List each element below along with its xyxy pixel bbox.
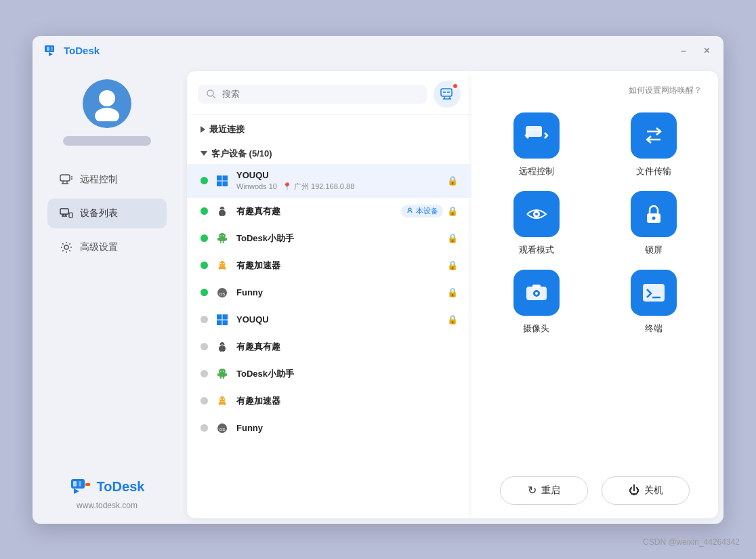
os-icon <box>215 394 230 409</box>
device-panel: 最近连接 客户设备 (5/10) YOUQU Winwods 10 📍 广州 1… <box>187 71 471 518</box>
action-remote-control[interactable]: 远程控制 <box>488 112 585 178</box>
section-recent[interactable]: 最近连接 <box>187 115 471 140</box>
svg-text:os: os <box>219 291 225 297</box>
status-dot <box>201 316 208 323</box>
footer-website: www.todesk.com <box>77 501 138 510</box>
svg-rect-4 <box>51 47 53 51</box>
section-client-devices-label: 客户设备 (5/10) <box>211 148 272 160</box>
svg-point-61 <box>223 371 224 372</box>
device-info: YOUQU <box>236 314 440 325</box>
list-item[interactable]: ToDesk小助手 🔒 <box>187 225 471 252</box>
action-lock-screen[interactable]: 锁屏 <box>605 191 702 256</box>
watch-mode-label: 观看模式 <box>519 244 554 256</box>
restart-button[interactable]: ↻重启 <box>500 476 588 505</box>
os-icon <box>215 231 230 246</box>
svg-rect-23 <box>79 481 81 486</box>
device-name: 有趣加速器 <box>236 395 451 407</box>
action-watch-mode[interactable]: 观看模式 <box>488 191 585 256</box>
search-bar <box>187 71 471 115</box>
file-transfer-icon-wrap <box>631 112 677 159</box>
device-name: Funny <box>236 287 440 297</box>
svg-rect-13 <box>60 209 68 214</box>
shutdown-button[interactable]: ⏻关机 <box>602 476 690 505</box>
monitor-icon <box>440 87 455 102</box>
sidebar: 远程控制 设备列表 <box>33 66 182 524</box>
status-dot <box>201 262 208 269</box>
os-icon <box>215 367 230 381</box>
device-name: 有趣真有趣 <box>236 205 394 218</box>
section-client-devices[interactable]: 客户设备 (5/10) <box>187 140 471 164</box>
minimize-button[interactable]: － <box>675 44 692 58</box>
svg-rect-39 <box>217 238 219 241</box>
svg-point-60 <box>220 371 222 372</box>
device-info: Funny <box>236 423 451 433</box>
device-name: ToDesk小助手 <box>236 368 451 380</box>
svg-rect-38 <box>219 237 226 241</box>
svg-text:os: os <box>219 426 225 432</box>
todesk-logo-icon <box>43 43 60 59</box>
os-icon <box>215 204 230 219</box>
lock-icon: 🔒 <box>447 175 458 186</box>
sidebar-label-advanced-settings: 高级设置 <box>80 241 118 253</box>
svg-rect-67 <box>526 126 542 137</box>
app-title: ToDesk <box>64 45 100 56</box>
right-footer: ↻重启⏻关机 <box>488 476 702 505</box>
list-item[interactable]: 有趣真有趣 本设备🔒 <box>187 198 471 225</box>
svg-rect-57 <box>226 373 227 376</box>
device-name: YOUQU <box>236 314 440 325</box>
os-icon: os <box>215 285 230 300</box>
lock-icon: 🔒 <box>447 233 458 243</box>
sidebar-item-advanced-settings[interactable]: 高级设置 <box>47 232 167 262</box>
list-item[interactable]: 有趣加速器 🔒 <box>187 252 471 279</box>
device-items-container: YOUQU Winwods 10 📍 广州 192.168.0.88 🔒 有趣真… <box>187 164 471 442</box>
remote-control-icon-wrap <box>513 112 560 159</box>
search-input[interactable] <box>222 89 419 99</box>
close-button[interactable]: × <box>701 44 713 58</box>
remote-control-label: 远程控制 <box>519 165 554 178</box>
collapse-icon-recent <box>201 126 205 133</box>
right-panel-header: 如何设置网络唤醒？ <box>488 85 702 96</box>
device-tags: 🔒 <box>447 287 458 297</box>
svg-rect-36 <box>223 181 228 186</box>
sidebar-label-device-list: 设备列表 <box>80 207 118 220</box>
device-name: ToDesk小助手 <box>236 232 440 245</box>
sidebar-item-device-list[interactable]: 设备列表 <box>47 199 167 228</box>
status-dot <box>201 397 208 405</box>
os-icon <box>215 258 230 273</box>
device-sub-info: Winwods 10 📍 广州 192.168.0.88 <box>236 182 440 192</box>
list-item[interactable]: os Funny 🔒 <box>187 279 471 306</box>
device-info: 有趣真有趣 <box>236 205 394 218</box>
search-input-wrap[interactable] <box>198 85 427 104</box>
action-terminal[interactable]: 终端 <box>605 270 702 335</box>
status-dot <box>201 177 208 184</box>
list-item[interactable]: 有趣真有趣 <box>187 333 471 360</box>
section-recent-label: 最近连接 <box>209 123 245 136</box>
device-name: YOUQU <box>236 170 440 180</box>
gear-icon <box>60 241 73 254</box>
action-camera[interactable]: 摄像头 <box>488 270 585 335</box>
list-item[interactable]: YOUQU 🔒 <box>187 306 471 333</box>
os-icon <box>215 173 230 188</box>
device-info: ToDesk小助手 <box>236 232 440 245</box>
device-name: 有趣加速器 <box>236 260 440 272</box>
this-device-badge: 本设备 <box>401 205 443 218</box>
device-tags: 🔒 <box>447 314 458 325</box>
svg-point-5 <box>99 90 115 106</box>
svg-rect-41 <box>220 241 222 243</box>
device-tags: 🔒 <box>447 260 458 270</box>
list-item[interactable]: YOUQU Winwods 10 📍 广州 192.168.0.88 🔒 <box>187 164 471 198</box>
sidebar-item-remote-control[interactable]: 远程控制 <box>47 165 167 194</box>
list-item[interactable]: 有趣加速器 <box>187 388 471 415</box>
svg-rect-7 <box>60 175 70 181</box>
action-file-transfer[interactable]: 文件传输 <box>605 112 702 178</box>
list-item[interactable]: ToDesk小助手 <box>187 360 471 388</box>
svg-rect-52 <box>217 320 222 325</box>
network-wake-link[interactable]: 如何设置网络唤醒？ <box>629 85 702 96</box>
list-item[interactable]: os Funny <box>187 415 471 442</box>
avatar <box>83 79 131 128</box>
footer-logo-icon <box>70 476 91 498</box>
device-info: 有趣真有趣 <box>236 341 451 353</box>
svg-point-63 <box>220 398 222 400</box>
os-icon: os <box>215 421 230 436</box>
monitor-button[interactable] <box>434 81 461 108</box>
